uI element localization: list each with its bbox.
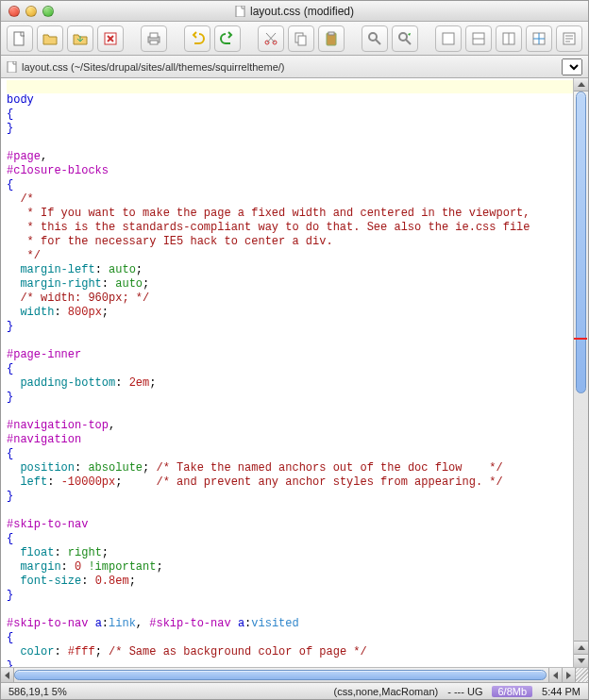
memory-indicator: 6/8Mb bbox=[492, 686, 532, 697]
status-bar: 586,19,1 5% (css,none,MacRoman) - --- UG… bbox=[1, 682, 588, 699]
status-flags: - --- UG bbox=[447, 686, 482, 697]
scroll-left2-icon[interactable] bbox=[548, 668, 562, 682]
find-button[interactable] bbox=[362, 25, 388, 52]
path-text: layout.css (~/Sites/drupal/sites/all/the… bbox=[22, 61, 284, 73]
code-line: margin: 0 !important; bbox=[7, 560, 573, 575]
code-line: #page-inner bbox=[7, 348, 573, 362]
svg-rect-23 bbox=[8, 61, 16, 73]
cut-button[interactable] bbox=[258, 25, 284, 52]
scroll-left-icon[interactable] bbox=[1, 668, 14, 682]
code-line: { bbox=[7, 631, 573, 645]
preferences-button[interactable] bbox=[556, 25, 582, 52]
editor-area: body{} #page,#closure-blocks{ /* * If yo… bbox=[1, 78, 588, 667]
scroll-up2-icon[interactable] bbox=[574, 641, 588, 654]
redo-button[interactable] bbox=[214, 25, 241, 52]
code-line: #navigation bbox=[7, 433, 573, 447]
code-line: color: #fff; /* Same as background color… bbox=[7, 645, 573, 659]
code-line: /* width: 960px; */ bbox=[7, 292, 573, 306]
buffer-dropdown[interactable] bbox=[562, 58, 582, 75]
split-horizontal-button[interactable] bbox=[465, 25, 492, 52]
code-line: /* bbox=[7, 192, 573, 207]
code-line: } bbox=[7, 490, 573, 504]
scroll-up-icon[interactable] bbox=[574, 78, 588, 92]
toolbar bbox=[1, 22, 588, 56]
code-line: * this is the standards-compliant way to… bbox=[7, 221, 573, 235]
code-line bbox=[7, 603, 573, 617]
document-icon bbox=[7, 61, 18, 73]
paste-button[interactable] bbox=[318, 25, 345, 52]
close-file-button[interactable] bbox=[97, 25, 124, 52]
code-line: left: -10000px; /* and prevent any ancho… bbox=[7, 475, 573, 490]
svg-point-13 bbox=[399, 33, 407, 41]
svg-rect-5 bbox=[150, 41, 158, 44]
code-line: * for the necessary IE5 hack to center a… bbox=[7, 235, 573, 249]
code-editor[interactable]: body{} #page,#closure-blocks{ /* * If yo… bbox=[1, 78, 573, 667]
code-line: margin-right: auto; bbox=[7, 277, 573, 292]
scrollbar-thumb[interactable] bbox=[576, 92, 586, 393]
traffic-lights bbox=[8, 6, 54, 17]
minimize-icon[interactable] bbox=[25, 6, 37, 17]
code-line: } bbox=[7, 659, 573, 667]
split-vertical-button[interactable] bbox=[496, 25, 522, 52]
split-both-button[interactable] bbox=[526, 25, 552, 52]
hscrollbar-thumb[interactable] bbox=[14, 670, 547, 680]
code-line: */ bbox=[7, 249, 573, 263]
code-line: margin-left: auto; bbox=[7, 263, 573, 277]
code-line: } bbox=[7, 320, 573, 334]
open-file-button[interactable] bbox=[37, 25, 63, 52]
scroll-marker bbox=[574, 338, 587, 340]
code-line: { bbox=[7, 362, 573, 376]
close-icon[interactable] bbox=[8, 6, 20, 17]
code-line: float: right; bbox=[7, 546, 573, 560]
scroll-down-icon[interactable] bbox=[574, 654, 588, 667]
save-button[interactable] bbox=[67, 25, 93, 52]
copy-button[interactable] bbox=[288, 25, 314, 52]
editor-window: layout.css (modified) layout.css (~/Site… bbox=[0, 0, 589, 700]
code-line: } bbox=[7, 391, 573, 405]
code-line bbox=[7, 136, 573, 150]
code-line: * If you want to make the page a fixed w… bbox=[7, 207, 573, 221]
code-line bbox=[7, 405, 573, 419]
code-line: { bbox=[7, 532, 573, 546]
find-replace-button[interactable] bbox=[392, 25, 418, 52]
file-mode: (css,none,MacRoman) bbox=[334, 686, 439, 697]
svg-rect-11 bbox=[328, 32, 334, 35]
code-line: position: absolute; /* Take the named an… bbox=[7, 461, 573, 475]
code-line: } bbox=[7, 589, 573, 603]
svg-rect-4 bbox=[150, 33, 158, 38]
code-line bbox=[7, 334, 573, 348]
window-title: layout.css (modified) bbox=[1, 5, 588, 18]
titlebar[interactable]: layout.css (modified) bbox=[1, 1, 588, 22]
svg-rect-14 bbox=[443, 33, 454, 44]
code-line: width: 800px; bbox=[7, 306, 573, 320]
code-line: font-size: 0.8em; bbox=[7, 575, 573, 589]
code-line: padding-bottom: 2em; bbox=[7, 376, 573, 391]
svg-rect-0 bbox=[236, 6, 244, 17]
horizontal-scrollbar[interactable] bbox=[1, 667, 588, 682]
print-button[interactable] bbox=[141, 25, 167, 52]
new-file-button[interactable] bbox=[7, 25, 33, 52]
undo-button[interactable] bbox=[184, 25, 210, 52]
clock: 5:44 PM bbox=[542, 686, 581, 697]
document-icon bbox=[235, 6, 246, 17]
scroll-right-icon[interactable] bbox=[562, 668, 575, 682]
code-line: #page, bbox=[7, 150, 573, 164]
code-line: #skip-to-nav a:link, #skip-to-nav a:visi… bbox=[7, 617, 573, 631]
cursor-position: 586,19,1 5% bbox=[8, 686, 67, 697]
svg-rect-9 bbox=[298, 36, 306, 45]
vertical-scrollbar[interactable] bbox=[573, 78, 588, 667]
code-line: body bbox=[7, 93, 573, 108]
code-line: { bbox=[7, 178, 573, 192]
zoom-icon[interactable] bbox=[42, 6, 54, 17]
code-line bbox=[7, 504, 573, 518]
path-bar: layout.css (~/Sites/drupal/sites/all/the… bbox=[1, 56, 588, 78]
code-line: { bbox=[7, 108, 573, 122]
window-title-text: layout.css (modified) bbox=[250, 5, 354, 18]
code-line: #navigation-top, bbox=[7, 419, 573, 433]
svg-rect-1 bbox=[14, 32, 24, 45]
split-none-button[interactable] bbox=[435, 25, 462, 52]
code-line: { bbox=[7, 447, 573, 461]
document-path[interactable]: layout.css (~/Sites/drupal/sites/all/the… bbox=[7, 61, 284, 73]
code-line: } bbox=[7, 122, 573, 136]
resize-grip-icon[interactable] bbox=[575, 668, 588, 682]
